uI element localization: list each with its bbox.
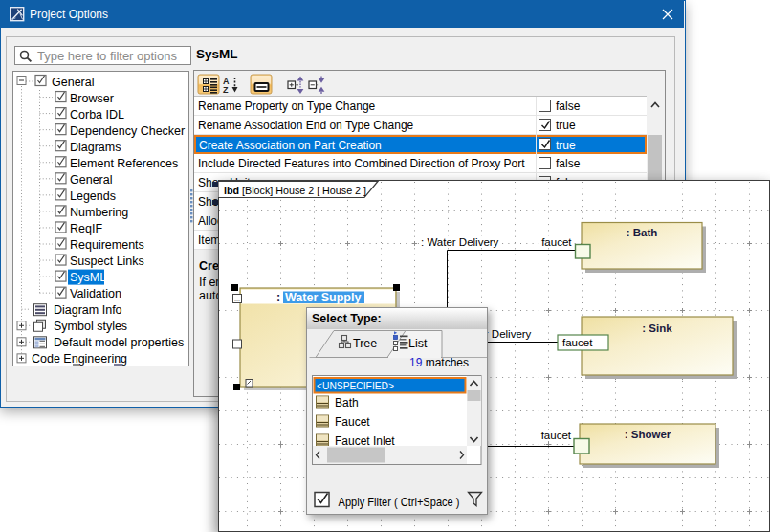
svg-text:Faucet: Faucet <box>335 415 370 429</box>
svg-text:Apply Filter ( Ctrl+Space ): Apply Filter ( Ctrl+Space ) <box>339 495 460 509</box>
svg-text:Symbol styles: Symbol styles <box>54 320 127 333</box>
svg-text:ibd [Block] House 2 [ House 2: ibd [Block] House 2 [ House 2 ] <box>224 185 366 196</box>
svg-text:General: General <box>52 76 94 89</box>
svg-text:SysML: SysML <box>70 271 106 284</box>
svg-text:<UNSPECIFIED>: <UNSPECIFIED> <box>317 380 394 391</box>
svg-text:Corba IDL: Corba IDL <box>70 108 124 122</box>
svg-text:faucet: faucet <box>541 430 572 441</box>
svg-text:faucet: faucet <box>562 337 593 348</box>
svg-text:19 matches: 19 matches <box>409 356 469 369</box>
svg-text:Browser: Browser <box>70 92 114 105</box>
svg-text:Legends: Legends <box>70 189 116 203</box>
svg-text:Diagram Info: Diagram Info <box>54 303 122 317</box>
svg-text:Suspect Links: Suspect Links <box>70 255 144 268</box>
svg-text::: : <box>276 291 280 304</box>
svg-text:Diagrams: Diagrams <box>70 141 121 154</box>
svg-text:Element References: Element References <box>70 157 178 170</box>
svg-text:: Sink: : Sink <box>642 322 672 334</box>
svg-text:Faucet Inlet: Faucet Inlet <box>335 434 395 448</box>
svg-text:Requirements: Requirements <box>70 238 144 252</box>
svg-text:: Bath: : Bath <box>627 227 658 238</box>
svg-text:...: ... <box>234 296 240 302</box>
svg-text:Water Supply: Water Supply <box>285 291 361 304</box>
svg-text:: Water Delivery: : Water Delivery <box>421 236 499 248</box>
svg-text:Numbering: Numbering <box>70 206 128 219</box>
svg-text:ReqIF: ReqIF <box>70 222 102 235</box>
svg-text:: Shower: : Shower <box>625 429 671 440</box>
svg-text:Bath: Bath <box>335 396 359 410</box>
svg-text:List: List <box>408 337 428 350</box>
svg-text:Default model properties: Default model properties <box>54 336 184 349</box>
svg-text:Z: Z <box>223 85 229 95</box>
svg-text:General: General <box>70 173 112 187</box>
svg-text:Validation: Validation <box>70 287 121 300</box>
svg-text:Select Type:: Select Type: <box>312 312 382 325</box>
svg-text:Dependency Checker: Dependency Checker <box>70 124 185 138</box>
svg-text:Tree: Tree <box>353 337 377 350</box>
svg-text:faucet: faucet <box>541 236 572 248</box>
